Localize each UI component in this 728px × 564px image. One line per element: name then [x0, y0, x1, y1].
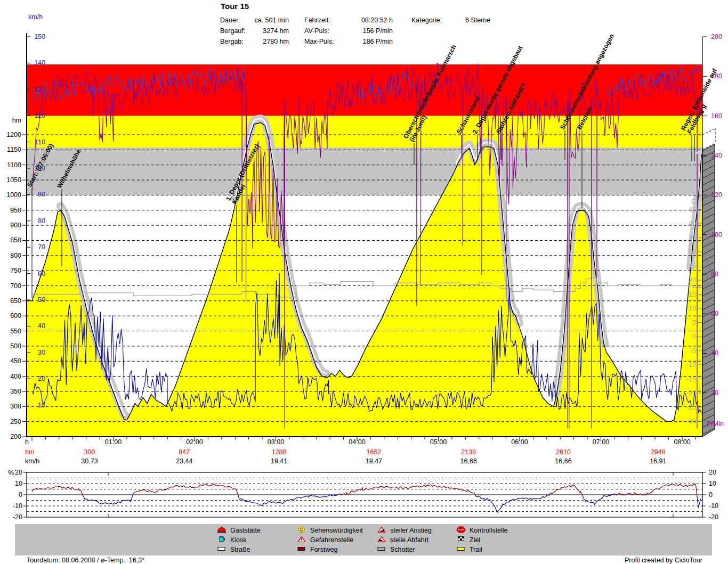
hm-row-label: hm: [25, 448, 34, 456]
celsius-tick-label: -15: [686, 375, 696, 383]
percent-tick-label: -10: [709, 502, 718, 510]
hour-tick-label: 06:00: [511, 438, 528, 446]
kmh-tick-label: 60: [38, 270, 45, 277]
forstweg-icon: [297, 545, 306, 554]
legend-label: Straße: [230, 546, 250, 553]
kmh-tick-label: 140: [34, 59, 45, 67]
legend-item: STOPKontrollstelle: [452, 526, 508, 535]
kiosk-icon: [217, 536, 227, 544]
kmh-tick-label: 70: [38, 243, 45, 251]
strasse-icon: [217, 545, 227, 554]
percent-tick-label: 20: [709, 469, 716, 476]
celsius-tick-label: 25: [689, 263, 696, 270]
celsius-tick-label: 40: [689, 220, 696, 227]
page-title: Tour 15: [221, 2, 249, 11]
ciclotour-profile-window: km/h150140130120110100908070605040302010…: [0, 0, 728, 564]
hm-tick-label: 600: [10, 312, 21, 320]
kontrollstelle-icon: STOP: [456, 526, 466, 535]
legend-label: Forstweg: [310, 546, 337, 553]
legend-column: SehenswürdigkeitGefahrenstelleForstweg: [293, 526, 363, 554]
kmh-tick-label: 10: [38, 402, 45, 409]
legend-label: Ziel: [470, 536, 480, 544]
legend-label: Gefahrenstelle: [310, 536, 353, 544]
percent-tick-label: 0: [19, 491, 22, 498]
kmh-tick-label: 130: [34, 86, 45, 93]
legend-item: Ziel: [452, 535, 508, 545]
pmin-tick-label: 40: [711, 349, 718, 357]
svg-text:STOP: STOP: [458, 528, 464, 531]
maxpulse-label: Max-Puls:: [304, 38, 334, 45]
legend-label: Trail: [470, 546, 482, 553]
legend-item: Forstweg: [293, 545, 363, 554]
category-label: Kategorie:: [411, 17, 442, 24]
steiler-anstieg-icon: [377, 526, 386, 535]
percent-tick-label: 10: [709, 480, 716, 487]
gradient-line-negative: [642, 495, 643, 495]
time-axis-title: h: [25, 438, 29, 446]
legend-column: steiler Anstiegsteile AbfahrtSchotter: [373, 526, 432, 554]
duration-value: ca. 501 min: [241, 17, 289, 24]
hour-tick-label: 04:00: [349, 438, 365, 446]
hm-tick-label: 1100: [7, 161, 21, 169]
hour-tick-label: 02:00: [186, 438, 203, 446]
celsius-tick-label: 0: [692, 333, 696, 340]
celsius-tick-label: 20: [689, 276, 696, 284]
celsius-tick-label: -25: [686, 404, 696, 411]
celsius-tick-label: 45: [689, 206, 696, 214]
legend-item: steiler Anstieg: [373, 526, 432, 535]
hm-tick-label: 450: [10, 357, 21, 365]
hm-axis-title: hm: [12, 117, 21, 124]
footer-tourdate: Tourdatum: 08.06.2008 / ø-Temp.: 16,3°: [27, 557, 144, 564]
legend-item: steile Abfahrt: [373, 535, 432, 545]
kmh-row-value: 16,91: [650, 457, 666, 465]
gradient-line-negative: [582, 495, 611, 505]
gradient-line-positive: [32, 486, 83, 495]
pmin-tick-label: 100: [711, 231, 722, 239]
legend-label: Sehenswürdigkeit: [310, 527, 363, 534]
pmin-tick-label: 80: [711, 271, 718, 278]
gradient-line-positive: [342, 485, 475, 495]
hm-tick-label: 350: [10, 388, 21, 395]
gradient-line-negative: [83, 495, 133, 504]
hm-tick-label: 300: [10, 403, 21, 410]
hm-tick-label: 1000: [6, 191, 21, 199]
pulse-zone-band: [27, 116, 702, 148]
kmh-row-value: 19,47: [366, 457, 382, 465]
trail-icon: [456, 545, 466, 554]
percent-axis-title: %: [8, 469, 14, 477]
gaststaette-icon: [217, 526, 227, 535]
hm-row-value: 2948: [651, 448, 666, 456]
gradient-line-positive: [549, 485, 583, 495]
hour-tick-label: 03:00: [268, 438, 284, 446]
steile-abfahrt-icon: [377, 536, 386, 544]
celsius-axis-title: C: [691, 198, 696, 205]
pmin-tick-label: 120: [711, 191, 722, 199]
kmh-row-value: 19,41: [271, 457, 287, 465]
gradient-line-negative: [475, 495, 549, 513]
hm-tick-label: 250: [10, 418, 21, 426]
percent-tick-label: 10: [15, 480, 22, 487]
legend-item: Schotter: [373, 545, 432, 554]
percent-tick-label: -20: [709, 513, 718, 521]
celsius-tick-label: 15: [689, 291, 696, 298]
celsius-tick-label: 5: [692, 319, 696, 326]
sehenswuerdigkeit-icon: [297, 526, 306, 535]
legend-label: steile Abfahrt: [390, 536, 428, 544]
ascent-value: 3274 hm: [241, 27, 289, 35]
avpulse-value: 156 P/min: [345, 27, 393, 35]
kmh-tick-label: 110: [35, 138, 45, 146]
hm-tick-label: 200: [10, 433, 21, 440]
legend-item: Gaststätte: [213, 526, 261, 535]
kmh-tick-label: 150: [34, 33, 45, 40]
hm-row-value: 847: [179, 448, 190, 456]
hm-row-value: 2610: [556, 448, 571, 456]
percent-tick-label: -20: [13, 513, 22, 521]
gradient-line-positive: [626, 493, 643, 495]
hm-tick-label: 500: [10, 342, 21, 350]
gradient-line-negative: [616, 495, 617, 495]
pmin-axis-title: P/Min: [707, 420, 724, 428]
hm-tick-label: 700: [10, 282, 21, 290]
legend-band: [15, 524, 712, 555]
hm-tick-label: 1050: [6, 176, 21, 184]
celsius-tick-label: -20: [686, 389, 696, 397]
